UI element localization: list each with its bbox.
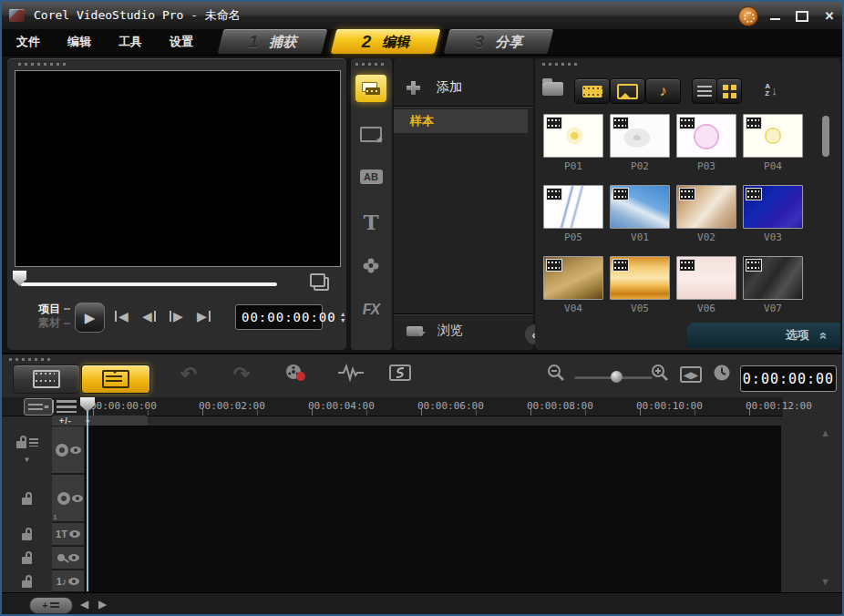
scroll-left-icon[interactable]: ◀ <box>80 598 88 611</box>
timeline-ruler[interactable]: 00:00:00:00 00:00:02:00 00:00:04:00 00:0… <box>2 397 783 416</box>
storyboard-view-button[interactable] <box>13 364 80 394</box>
gallery-item[interactable]: P04 <box>743 114 803 172</box>
browse-button[interactable]: 浏览 <box>394 314 533 346</box>
lock-icon[interactable] <box>22 557 32 564</box>
timeline-timecode[interactable]: 0:00:00:00 <box>740 365 837 392</box>
maximize-button[interactable] <box>791 8 813 24</box>
menu-edit[interactable]: 编辑 <box>67 34 91 50</box>
track-visibility-icon[interactable] <box>68 578 79 585</box>
timeline-zoom-slider[interactable] <box>574 375 653 379</box>
open-folder-button[interactable] <box>542 82 563 96</box>
gallery-item[interactable]: V07 <box>743 256 803 314</box>
next-frame-button[interactable]: ▶ <box>166 306 187 326</box>
voice-track-lane[interactable] <box>85 546 781 570</box>
track-visibility-icon[interactable] <box>72 495 83 502</box>
panel-grip[interactable] <box>9 358 53 361</box>
tab-share[interactable]: 3 分享 <box>443 29 554 55</box>
zoom-in-button[interactable] <box>650 363 670 386</box>
close-button[interactable]: ✕ <box>818 8 840 24</box>
music-track-header[interactable]: 1♪ <box>52 570 85 592</box>
project-duration-button[interactable] <box>713 364 731 385</box>
sound-mixer-button[interactable] <box>337 364 365 385</box>
title-track-header[interactable]: 1T <box>52 522 85 546</box>
panel-grip[interactable] <box>355 63 386 66</box>
sort-button[interactable]: AZ ↓ <box>757 78 785 102</box>
menu-settings[interactable]: 设置 <box>170 34 193 50</box>
track-visibility-icon[interactable] <box>69 530 80 538</box>
nav-ab-button[interactable]: AB <box>355 163 386 190</box>
zoom-out-button[interactable] <box>546 363 566 386</box>
project-mode-label[interactable]: 项目 <box>38 303 60 316</box>
lock-icon[interactable] <box>22 580 32 588</box>
lock-icon[interactable] <box>22 533 32 540</box>
add-button[interactable]: 添加 <box>394 69 533 107</box>
play-button[interactable]: ▶ <box>75 303 105 333</box>
record-capture-button[interactable] <box>283 363 307 386</box>
lock-icon[interactable] <box>22 498 32 505</box>
video-track-header[interactable] <box>52 426 85 474</box>
timecode-down-icon[interactable]: ▼ <box>340 317 346 323</box>
filter-video-button[interactable] <box>574 78 610 104</box>
fit-project-button[interactable]: ◀▶ <box>680 366 702 383</box>
go-end-button[interactable]: ▶ <box>193 306 214 326</box>
panel-grip[interactable] <box>542 63 579 66</box>
tracks-scroll-down-icon[interactable]: ▼ <box>820 576 830 587</box>
clip-mode-label[interactable]: 素材 <box>38 316 60 330</box>
panel-grip[interactable] <box>18 63 69 66</box>
options-button[interactable]: 选项 « <box>687 323 840 348</box>
overlay-track-lane[interactable] <box>85 474 781 523</box>
gallery-item[interactable]: P05 <box>543 185 603 243</box>
tab-edit[interactable]: 2 编辑 <box>330 29 441 55</box>
title-track-lane[interactable] <box>85 522 781 547</box>
timecode-up-icon[interactable]: ▲ <box>340 311 346 317</box>
minimize-button[interactable] <box>764 8 786 24</box>
gallery-item[interactable]: P02 <box>610 114 670 172</box>
track-manager-button[interactable] <box>24 398 53 416</box>
gallery-item[interactable]: V01 <box>610 185 670 243</box>
corel-badge-icon[interactable] <box>738 6 758 26</box>
gallery-item[interactable]: V02 <box>676 185 736 243</box>
scroll-right-icon[interactable]: ▶ <box>98 598 107 611</box>
prev-frame-button[interactable]: ◀ <box>139 306 160 326</box>
library-item-sample[interactable]: 样本 <box>394 109 528 133</box>
gallery-item[interactable]: V03 <box>743 185 803 243</box>
show-all-tracks-button[interactable] <box>57 400 77 413</box>
gallery-item[interactable]: P01 <box>543 114 603 172</box>
menu-tools[interactable]: 工具 <box>118 34 142 50</box>
tracks-scroll-up-icon[interactable]: ▲ <box>820 427 830 438</box>
voice-track-header[interactable] <box>52 546 85 570</box>
ripple-lock-icon[interactable] <box>16 441 26 448</box>
gallery-item[interactable]: V06 <box>676 256 736 314</box>
video-track-lane[interactable] <box>85 426 781 475</box>
filter-audio-button[interactable]: ♪ <box>645 78 681 104</box>
gallery-scrollbar[interactable] <box>822 113 829 341</box>
gallery-item[interactable]: V05 <box>610 256 670 314</box>
title-bar[interactable]: Corel VideoStudio Pro - 未命名 <box>2 2 842 29</box>
list-view-button[interactable] <box>692 78 717 104</box>
nav-filter-button[interactable]: FX <box>355 296 386 323</box>
nav-title-button[interactable]: T <box>355 209 386 236</box>
instant-project-button[interactable] <box>387 363 413 386</box>
undo-button[interactable]: ↶ <box>180 363 197 386</box>
nav-transition-button[interactable] <box>355 120 386 148</box>
gallery-item[interactable]: V04 <box>543 256 603 314</box>
enlarge-preview-icon[interactable] <box>314 277 329 291</box>
filter-photo-button[interactable] <box>610 78 645 104</box>
ripple-list-icon[interactable] <box>29 438 38 447</box>
menu-file[interactable]: 文件 <box>16 34 40 50</box>
tab-capture[interactable]: 1 捕获 <box>217 29 328 55</box>
music-track-lane[interactable] <box>85 570 781 593</box>
overlay-track-header[interactable]: 1 <box>52 474 85 522</box>
preview-timecode[interactable]: 00:00:00:00 ▲ ▼ <box>235 304 323 330</box>
scrubber-track[interactable] <box>20 282 277 286</box>
zoom-slider-thumb[interactable] <box>611 371 623 383</box>
nav-media-button[interactable] <box>355 75 386 102</box>
timeline-view-button[interactable] <box>81 364 150 394</box>
gallery-item[interactable]: P03 <box>676 114 736 172</box>
redo-button[interactable]: ↷ <box>233 363 250 386</box>
swap-track-button[interactable]: + <box>29 597 73 614</box>
nav-graphics-button[interactable] <box>355 252 386 279</box>
thumbnail-view-button[interactable] <box>716 78 742 104</box>
expand-tracks-icon[interactable]: ▼ <box>24 456 31 464</box>
track-visibility-icon[interactable] <box>68 554 79 561</box>
